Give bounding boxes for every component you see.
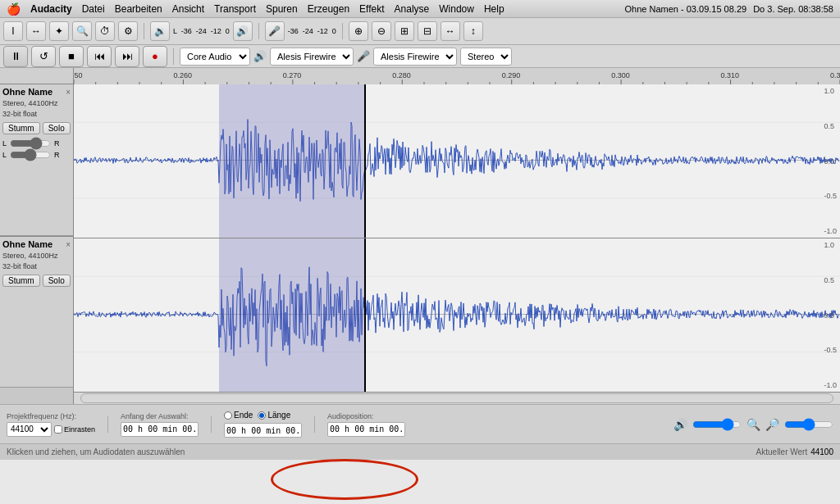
tracks-left: Ohne Name × Stereo, 44100Hz 32-bit float…	[0, 68, 74, 404]
mic-icon[interactable]: 🎤	[265, 21, 285, 41]
zoom-sel-icon[interactable]: ⊕	[349, 21, 368, 41]
tool-draw[interactable]: ✦	[49, 21, 69, 41]
end-radio-label[interactable]: Ende	[224, 411, 253, 420]
end-label: Ende	[234, 411, 253, 420]
menu-spuren[interactable]: Spuren	[266, 3, 298, 15]
length-radio[interactable]	[258, 411, 266, 420]
apple-menu[interactable]: 🍎	[7, 2, 21, 16]
sep3	[342, 23, 343, 39]
window-title: Ohne Namen - 03.09.15 08.29	[625, 4, 747, 14]
menu-bearbeiten[interactable]: Bearbeiten	[115, 3, 162, 15]
loop-button[interactable]: ↺	[31, 46, 56, 67]
selection-annotation-circle	[271, 459, 418, 500]
stop-button[interactable]: ■	[59, 46, 84, 67]
tracks-container: Ohne Name × Stereo, 44100Hz 32-bit float…	[0, 68, 840, 404]
status-right: 🔊 🔍 🔎	[673, 418, 833, 431]
record-icon: ●	[152, 50, 158, 62]
freq-group: Projektfrequenz (Hz): 44100 Einrasten	[7, 412, 95, 437]
input-select[interactable]: Alesis Firewire	[373, 48, 457, 66]
menu-audacity[interactable]: Audacity	[30, 3, 72, 15]
track-buttons-1: Stumm Solo	[2, 122, 71, 134]
mute-button[interactable]: Stumm	[2, 122, 40, 134]
track-header-1: Ohne Name × Stereo, 44100Hz 32-bit float…	[0, 84, 73, 236]
audio-pos-input[interactable]	[327, 422, 405, 437]
length-label: Länge	[267, 411, 290, 420]
waveform-row-2[interactable]: 1.0 0.5 0.0 -0.5 -1.0	[74, 238, 840, 393]
status-sep2	[211, 416, 212, 433]
waveform-1-canvas[interactable]	[74, 84, 840, 236]
end-length-input[interactable]	[224, 423, 302, 438]
menu-window[interactable]: Window	[439, 3, 474, 15]
tool-time[interactable]: ⏱	[95, 21, 115, 41]
zoom-out-icon[interactable]: ⊖	[372, 21, 391, 41]
output-vol-slider[interactable]	[692, 418, 742, 431]
tool-cursor[interactable]: I	[3, 21, 23, 41]
host-select[interactable]: Core Audio	[180, 48, 250, 66]
tool-zoom[interactable]: 🔍	[72, 21, 92, 41]
h-scrollbar[interactable]	[80, 393, 833, 403]
audio-pos-group: Audioposition:	[327, 412, 405, 437]
volume-slider[interactable]	[10, 139, 51, 148]
menu-datei[interactable]: Datei	[82, 3, 105, 15]
click-hint: Klicken und ziehen, um Audiodaten auszuw…	[7, 447, 185, 456]
time-ruler	[74, 68, 840, 84]
status-bar: Projektfrequenz (Hz): 44100 Einrasten An…	[0, 404, 840, 443]
zoom-slider[interactable]	[784, 418, 833, 431]
next-button[interactable]: ⏭	[115, 46, 139, 67]
tool-select[interactable]: ↔	[26, 21, 46, 41]
pause-button[interactable]: ⏸	[3, 46, 28, 67]
zoom-width2-icon[interactable]: ↕	[463, 21, 483, 41]
toolbar-row1: I ↔ ✦ 🔍 ⏱ ⚙ 🔉 L -36 -24 -12 0 🔊 🎤 -36 -2…	[3, 20, 837, 43]
vol-r-label: R	[54, 139, 60, 148]
sel-start-group: Anfang der Auswahl:	[121, 412, 199, 437]
zoom-in-status-icon[interactable]: 🔍	[746, 418, 760, 431]
vol-down-icon[interactable]: 🔉	[150, 21, 170, 41]
zoom-track-icon[interactable]: ⊟	[418, 21, 437, 41]
sel-start-input[interactable]	[121, 422, 199, 437]
toolbar-area: I ↔ ✦ 🔍 ⏱ ⚙ 🔉 L -36 -24 -12 0 🔊 🎤 -36 -2…	[0, 18, 840, 45]
menu-transport[interactable]: Transport	[214, 3, 256, 15]
track-volume-1: L R L R	[2, 139, 71, 159]
solo-button[interactable]: Solo	[43, 122, 71, 134]
channel-select[interactable]: Stereo	[460, 48, 512, 66]
solo-button-2[interactable]: Solo	[43, 275, 71, 287]
freq-select[interactable]: 44100	[7, 422, 52, 437]
waveform-row-1[interactable]: 1.0 0.5 0.0 -0.5 -1.0	[74, 84, 840, 238]
waveform-2-canvas[interactable]	[74, 238, 840, 390]
menu-ansicht[interactable]: Ansicht	[172, 3, 204, 15]
aktueller-label: Aktueller Wert	[756, 447, 808, 456]
audio-pos-label: Audioposition:	[327, 412, 405, 420]
tool-multi[interactable]: ⚙	[118, 21, 138, 41]
menu-erzeugen[interactable]: Erzeugen	[308, 3, 349, 15]
sep2	[258, 23, 259, 39]
status-sep1	[107, 416, 108, 433]
snap-checkbox[interactable]	[54, 425, 62, 434]
prev-button[interactable]: ⏮	[87, 46, 112, 67]
loop-icon: ↺	[39, 50, 48, 62]
vol-up-icon[interactable]: 🔊	[233, 21, 253, 41]
waveform-canvas-container-2[interactable]: 1.0 0.5 0.0 -0.5 -1.0	[74, 238, 840, 392]
length-radio-label[interactable]: Länge	[258, 411, 290, 420]
mic-device-icon: 🎤	[357, 50, 370, 62]
waveform-canvas-container-1[interactable]: 1.0 0.5 0.0 -0.5 -1.0	[74, 84, 840, 238]
status-sep3	[314, 416, 315, 433]
snap-label[interactable]: Einrasten	[54, 425, 95, 434]
end-radio[interactable]	[224, 411, 232, 420]
track-close-2[interactable]: ×	[66, 240, 71, 249]
menu-help[interactable]: Help	[484, 3, 504, 15]
record-button[interactable]: ●	[143, 46, 167, 67]
zoom-out-status-icon[interactable]: 🔎	[765, 418, 779, 431]
next-icon: ⏭	[122, 50, 133, 62]
zoom-width-icon[interactable]: ↔	[441, 21, 460, 41]
pan-slider[interactable]	[10, 151, 51, 159]
menu-effekt[interactable]: Effekt	[359, 3, 384, 15]
track-close-1[interactable]: ×	[66, 88, 71, 97]
pan-r-label: R	[54, 151, 60, 159]
track-name-2: Ohne Name	[2, 239, 52, 249]
stop-icon: ■	[68, 50, 75, 62]
zoom-fit-icon[interactable]: ⊞	[395, 21, 414, 41]
sep-device	[173, 48, 174, 65]
output-select[interactable]: Alesis Firewire	[270, 48, 354, 66]
mute-button-2[interactable]: Stumm	[2, 275, 40, 287]
menu-analyse[interactable]: Analyse	[395, 3, 430, 15]
